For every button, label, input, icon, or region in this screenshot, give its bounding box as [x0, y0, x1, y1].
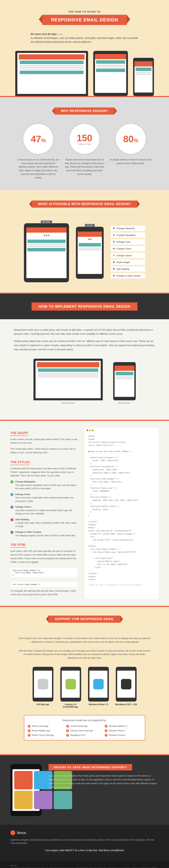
- app-icon: [14, 791, 33, 809]
- mobile-email-mock: Mobile Email: [113, 362, 136, 404]
- hero-devices: [7, 51, 162, 96]
- impl-p1: Responsive email uses a media query, als…: [14, 328, 155, 336]
- support-section: SUPPORT FOR RESPONSIVE EMAIL Don't forge…: [0, 607, 169, 754]
- query-p1: In the context of email, media types def…: [10, 438, 78, 445]
- why-section: WHY RESPONSIVE DESIGN? 47%of email opens…: [0, 97, 169, 190]
- x-icon: ✕: [66, 729, 69, 732]
- x-icon: ✕: [105, 734, 107, 737]
- after-phone-icon: AFTER: [76, 227, 104, 279]
- def-term: Re·spon·sive de·sign: [31, 32, 57, 35]
- query-p2: This media type states: "If the email is…: [10, 447, 78, 455]
- change-item: Change Colors: [110, 246, 145, 251]
- os-phone: iOS Mail app: [32, 667, 54, 708]
- style-bullet: Change or Hide ContentThe display proper…: [10, 530, 78, 537]
- x-icon: ✕: [28, 725, 31, 727]
- sources-label: Sources:: [10, 865, 17, 866]
- ns-item: ✕iPhone Gmail app: [28, 725, 65, 727]
- ns-item: ✕BlackBerry OS 5: [66, 734, 103, 737]
- desktop-caption: Desktop Email: [33, 402, 103, 404]
- brand-name: litmus: [17, 830, 26, 836]
- os-phone: Windows Phone 7.5: [87, 667, 110, 708]
- impl-p2: Media queries detect the screen size of …: [14, 339, 155, 351]
- mobile-caption: Mobile Email: [113, 402, 136, 404]
- x-icon: ✕: [105, 729, 107, 732]
- html-p2: For example, the element (td) and the cl…: [10, 589, 78, 596]
- litmus-logo-icon: [10, 830, 15, 835]
- change-item: Change Hierarchy: [110, 226, 145, 231]
- change-item: Change Layout: [110, 253, 145, 258]
- stat-item: 47%of email opens are on mobile devices,…: [18, 123, 59, 180]
- ns-title: Responsive emails are not supported by:: [28, 719, 141, 722]
- footer: litmus Agencies, designers and marketing…: [0, 825, 169, 861]
- eyebrow: THE HOW-TO GUIDE TO: [7, 10, 162, 13]
- possible-section: WHAT IS POSSIBLE WITH RESPONSIVE EMAIL D…: [0, 190, 169, 293]
- main-title-banner: RESPONSIVE EMAIL DESIGN: [42, 15, 127, 25]
- stats-row: 47%of email opens are on mobile devices,…: [15, 123, 154, 180]
- before-label: BEFORE: [41, 220, 52, 224]
- ns-item: ✕Android Yahoo! Mail app: [66, 729, 103, 732]
- not-supported-box: Responsive emails are not supported by: …: [24, 715, 145, 740]
- styles-heading: THE STYLES: [10, 460, 30, 465]
- app-icon: [14, 771, 33, 789]
- change-item: Change or Hide Content: [110, 273, 145, 278]
- possible-title: WHAT IS POSSIBLE WITH RESPONSIVE EMAIL D…: [32, 200, 137, 208]
- desktop-device-icon: [15, 51, 88, 96]
- def-type: [noun]: [57, 33, 63, 35]
- x-icon: ✕: [66, 734, 69, 737]
- html-p1: Each style in the CSS rule block specifi…: [10, 550, 78, 564]
- stat-item: 80%of people delete an email if it doesn…: [110, 123, 151, 180]
- styles-p: Combined with the media query, the style…: [10, 467, 78, 477]
- ns-item: ✕Windows Mobile 6.1: [105, 725, 141, 727]
- html-heading: THE HTML: [10, 543, 26, 548]
- css-snippet-2: <td class="body-header">: [10, 581, 78, 587]
- implement-title: HOW TO IMPLEMENT RESPONSIVE EMAIL DESIGN: [32, 302, 137, 311]
- support-title: SUPPORT FOR RESPONSIVE EMAIL: [49, 616, 120, 623]
- stat-item: 150TIMES A DAYStudies have found that pe…: [64, 123, 105, 180]
- code-section: THE QUERY In the context of email, media…: [0, 421, 169, 606]
- style-bullet: Change NavigationThis style moves naviga…: [10, 480, 78, 490]
- style-bullet: Enlarge FontsHere, font sizes inside tab…: [10, 493, 78, 503]
- query-heading: THE QUERY: [10, 431, 28, 436]
- ns-item: ✕Windows Phone 7: [105, 729, 141, 732]
- final-text: It's a common misconception that media q…: [48, 774, 159, 789]
- style-bullet: Add PaddingA simple style adds 15px of p…: [10, 518, 78, 528]
- sources: Sources: https://litmus.com/blog/mobile-…: [0, 861, 169, 868]
- app-icon: [34, 791, 52, 809]
- window-controls-icon: [87, 430, 94, 431]
- phone-device-icon: [133, 58, 154, 96]
- ns-item: ✕iPhone Mailbox app: [28, 729, 65, 732]
- change-item: Enlarge Fonts: [110, 239, 145, 245]
- os-phone: BlackBerry OS7 + Z10: [115, 667, 137, 708]
- final-title: DEVICES VS. APPS: WHAT DETERMINES SUPPOR…: [48, 764, 132, 770]
- final-section: DEVICES VS. APPS: WHAT DETERMINES SUPPOR…: [0, 755, 169, 825]
- change-item: Change Navigation: [110, 232, 145, 238]
- implement-header: HOW TO IMPLEMENT RESPONSIVE EMAIL DESIGN: [0, 294, 169, 319]
- os-row: iOS Mail appAndroid 4.X Email/OEM appWin…: [10, 667, 159, 708]
- def-body: A collection of techniques, such as medi…: [31, 37, 138, 43]
- support-p2: With the help of responsive design, you …: [19, 649, 150, 660]
- ns-item: ✕Windows Phone 8: [105, 734, 141, 737]
- change-item: Add Padding: [110, 266, 145, 272]
- x-icon: ✕: [105, 725, 107, 727]
- coupon-text: Use coupon code N8GZLT for a free 14-day…: [10, 848, 159, 852]
- desktop-email-mock: Desktop Email: [33, 359, 103, 404]
- ns-item: ✕Android Gmail app: [66, 725, 103, 727]
- change-list: Change HierarchyChange NavigationEnlarge…: [110, 226, 145, 280]
- style-bullet: Change ColorsAny fonts contained in a ta…: [10, 505, 78, 516]
- x-icon: ✕: [66, 725, 69, 727]
- css-snippet-1: td[class="body-header"]{ font-size:18px …: [10, 567, 78, 578]
- app-grid-phone-icon: [10, 764, 42, 816]
- after-label: AFTER: [85, 224, 95, 227]
- os-phone: Android 4.X Email/OEM app: [60, 667, 82, 708]
- ns-item: ✕iPhone Yahoo! Mail app: [28, 734, 65, 737]
- why-title: WHY RESPONSIVE DESIGN?: [55, 107, 114, 115]
- code-window: <html> <head> <title>Your Amazing Email<…: [84, 428, 159, 599]
- definition-block: Re·spon·sive de·sign [noun] A collection…: [31, 32, 138, 44]
- code-block: <html> <head> <title>Your Amazing Email<…: [88, 435, 155, 581]
- code-note: * HTML has been truncated for illustrati…: [88, 584, 155, 586]
- hero-section: THE HOW-TO GUIDE TO RESPONSIVE EMAIL DES…: [0, 0, 169, 96]
- app-icon: [54, 791, 72, 809]
- sources-list: https://litmus.com/blog/mobile-email-ope…: [10, 867, 159, 868]
- footer-tagline: Agencies, designers and marketing teams …: [10, 838, 159, 845]
- x-icon: ✕: [28, 734, 31, 737]
